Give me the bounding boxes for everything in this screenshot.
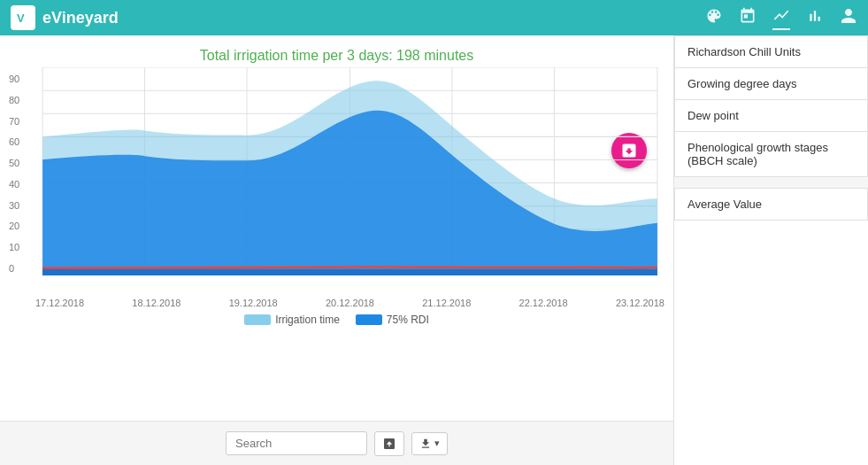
legend-color-rdi — [356, 314, 382, 325]
search-input[interactable] — [226, 431, 367, 455]
user-icon[interactable] — [840, 7, 857, 29]
header-icons — [705, 6, 857, 30]
download-button[interactable]: ▾ — [411, 432, 448, 455]
chart-svg — [35, 67, 664, 275]
app-header: V eVineyard — [0, 0, 868, 35]
sidebar-item-richardson[interactable]: Richardson Chill Units — [675, 36, 867, 68]
sidebar: Richardson Chill Units Growing degree da… — [673, 35, 868, 465]
legend-irrigation: Irrigation time — [244, 314, 340, 326]
sidebar-item-growing[interactable]: Growing degree days — [675, 68, 867, 100]
sidebar-menu: Richardson Chill Units Growing degree da… — [674, 35, 868, 177]
app-title: eVineyard — [42, 9, 119, 27]
legend-label-irrigation: Irrigation time — [275, 314, 340, 326]
sidebar-item-dew[interactable]: Dew point — [675, 100, 867, 132]
sidebar-item-avg[interactable]: Average Value — [674, 188, 868, 221]
bottom-toolbar: ▾ — [0, 421, 673, 465]
y-axis-labels: 90 80 70 60 50 40 30 20 10 0 — [9, 72, 35, 275]
export-table-button[interactable] — [374, 431, 404, 456]
calendar-icon[interactable] — [739, 7, 757, 29]
palette-icon[interactable] — [705, 7, 723, 29]
svg-text:V: V — [17, 12, 25, 25]
legend-rdi: 75% RDI — [356, 314, 429, 326]
dropdown-arrow: ▾ — [434, 438, 440, 449]
bar-chart-icon[interactable] — [806, 7, 824, 29]
x-axis-labels: 17.12.2018 18.12.2018 19.12.2018 20.12.2… — [0, 298, 673, 308]
sidebar-item-phenological[interactable]: Phenological growth stages (BBCH scale) — [675, 132, 867, 176]
sidebar-divider — [674, 177, 868, 188]
chart-line-icon[interactable] — [772, 6, 790, 30]
legend-color-irrigation — [244, 314, 271, 325]
legend-label-rdi: 75% RDI — [387, 314, 429, 326]
chart-title: Total irrigation time per 3 days: 198 mi… — [0, 35, 673, 67]
logo-icon: V — [11, 5, 35, 30]
main-layout: Total irrigation time per 3 days: 198 mi… — [0, 35, 868, 465]
chart-legend: Irrigation time 75% RDI — [0, 314, 673, 326]
chart-area: Total irrigation time per 3 days: 198 mi… — [0, 35, 673, 465]
logo: V eVineyard — [11, 5, 119, 30]
